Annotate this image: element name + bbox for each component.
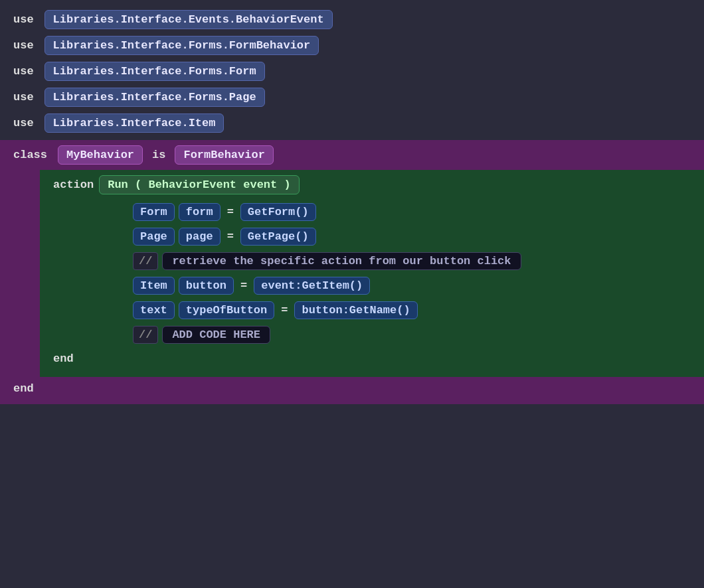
class-name-chip[interactable]: MyBehavior [58,145,143,165]
keyword-use-1: use [13,13,34,26]
class-header-line: class MyBehavior is FormBehavior [0,140,704,170]
keyword-use-2: use [13,39,34,52]
keyword-end-class: end [13,382,34,395]
comment-slash-1: // [133,252,158,270]
method-getform[interactable]: GetForm() [240,203,316,221]
action-signature-chip[interactable]: Run ( BehaviorEvent event ) [99,175,299,194]
keyword-class: class [13,149,47,161]
method-getpage[interactable]: GetPage() [240,228,316,246]
use-line-4: use Libraries.Interface.Forms.Page [0,84,704,110]
method-getname[interactable]: button:GetName() [294,301,417,319]
comment-line-1: // retrieve the specific action from our… [40,249,704,273]
class-block: class MyBehavior is FormBehavior action … [0,140,704,404]
keyword-action: action [53,179,94,191]
formbehavior-chip[interactable]: FormBehavior [175,145,273,165]
keyword-use-3: use [13,65,34,78]
keyword-use-5: use [13,117,34,129]
var-page: page [179,228,220,246]
use-line-5: use Libraries.Interface.Item [0,110,704,136]
code-editor: use Libraries.Interface.Events.BehaviorE… [0,0,704,588]
method-getitem[interactable]: event:GetItem() [254,277,370,295]
eq-1: = [227,206,234,218]
comment-line-2: // ADD CODE HERE [40,323,704,347]
keyword-end-action: end [53,352,74,365]
action-block: action Run ( BehaviorEvent event ) Form … [40,170,704,377]
module-chip-4[interactable]: Libraries.Interface.Forms.Page [44,88,265,107]
type-page: Page [133,228,175,246]
comment-text-2[interactable]: ADD CODE HERE [162,326,270,344]
module-chip-1[interactable]: Libraries.Interface.Events.BehaviorEvent [44,10,333,29]
code-line-page: Page page = GetPage() [40,224,704,249]
use-line-3: use Libraries.Interface.Forms.Form [0,58,704,84]
var-typeofbutton: typeOfButton [179,301,274,319]
action-header-line: action Run ( BehaviorEvent event ) [40,170,704,200]
eq-2: = [227,230,234,243]
type-form: Form [133,203,175,221]
eq-3: = [240,279,247,292]
code-line-item: Item button = event:GetItem() [40,273,704,298]
var-form: form [179,203,220,221]
module-chip-5[interactable]: Libraries.Interface.Item [44,113,224,133]
action-end-line: end [40,347,704,370]
keyword-is: is [152,149,165,161]
comment-text-1: retrieve the specific action from our bu… [162,252,521,270]
type-text: text [133,301,175,319]
keyword-use-4: use [13,91,34,104]
code-line-form: Form form = GetForm() [40,200,704,224]
code-line-text: text typeOfButton = button:GetName() [40,298,704,323]
type-item: Item [133,277,175,295]
use-line-2: use Libraries.Interface.Forms.FormBehavi… [0,33,704,58]
comment-slash-2: // [133,326,158,344]
class-end-line: end [0,377,704,400]
module-chip-2[interactable]: Libraries.Interface.Forms.FormBehavior [44,36,319,55]
module-chip-3[interactable]: Libraries.Interface.Forms.Form [44,62,265,81]
var-button: button [179,277,234,295]
eq-4: = [281,304,288,317]
use-line-1: use Libraries.Interface.Events.BehaviorE… [0,7,704,33]
